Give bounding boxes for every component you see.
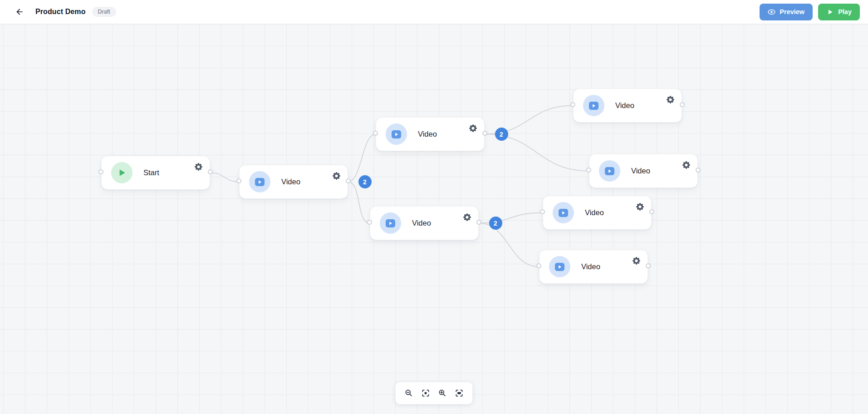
node-label: Video <box>281 177 300 186</box>
play-button-label: Play <box>838 8 852 15</box>
flow-node-v1[interactable]: Video <box>239 165 348 199</box>
flow-node-v7[interactable]: Video <box>539 250 648 284</box>
app-window: Product Demo Draft Preview Play StartVid… <box>0 0 868 414</box>
output-handle[interactable] <box>476 220 481 225</box>
status-badge: Draft <box>92 7 116 17</box>
flow-edge <box>348 134 376 182</box>
start-play-icon <box>111 162 132 183</box>
settings-icon[interactable] <box>632 256 640 265</box>
node-label: Video <box>615 101 634 110</box>
flow-node-v2[interactable]: Video <box>376 117 485 151</box>
page-title: Product Demo <box>35 8 86 16</box>
video-icon <box>599 160 620 182</box>
flow-canvas[interactable]: StartVideoVideoVideoVideoVideoVideoVideo… <box>0 24 868 414</box>
back-button[interactable] <box>12 4 27 20</box>
play-button[interactable]: Play <box>818 4 860 20</box>
zoom-in-button[interactable] <box>435 384 450 402</box>
node-label: Video <box>412 219 431 227</box>
preview-button-label: Preview <box>780 8 804 15</box>
node-label: Video <box>631 167 650 175</box>
zoom-in-icon <box>438 389 447 398</box>
output-handle[interactable] <box>649 209 654 214</box>
flow-edge <box>479 213 543 223</box>
input-handle[interactable] <box>236 178 241 183</box>
fit-view-icon <box>455 389 464 398</box>
focus-center-button[interactable] <box>418 384 433 402</box>
branch-count-badge: 2 <box>495 128 508 141</box>
output-handle[interactable] <box>680 102 685 107</box>
focus-target-icon <box>421 389 430 398</box>
node-label: Video <box>581 262 600 271</box>
flow-edge <box>479 223 539 267</box>
output-handle[interactable] <box>208 169 213 174</box>
settings-icon[interactable] <box>194 163 202 171</box>
settings-icon[interactable] <box>682 161 690 169</box>
node-label: Video <box>585 208 604 217</box>
input-handle[interactable] <box>586 168 591 172</box>
flow-node-v4[interactable]: Video <box>573 89 682 123</box>
input-handle[interactable] <box>540 209 545 214</box>
header: Product Demo Draft Preview Play <box>0 0 868 24</box>
flow-node-start[interactable]: Start <box>101 156 210 190</box>
node-label: Start <box>143 168 159 177</box>
output-handle[interactable] <box>696 168 701 172</box>
video-icon <box>249 171 270 192</box>
input-handle[interactable] <box>98 169 103 174</box>
video-icon <box>380 212 401 234</box>
settings-icon[interactable] <box>666 95 674 104</box>
branch-count-badge: 2 <box>489 217 502 230</box>
input-handle[interactable] <box>536 263 541 268</box>
flow-edge <box>210 173 239 182</box>
output-handle[interactable] <box>646 263 651 268</box>
video-icon <box>583 95 604 116</box>
zoom-out-icon <box>404 389 413 398</box>
video-icon <box>549 256 570 277</box>
input-handle[interactable] <box>570 102 575 107</box>
settings-icon[interactable] <box>332 172 340 180</box>
settings-icon[interactable] <box>463 213 471 221</box>
output-handle[interactable] <box>482 131 487 136</box>
video-icon <box>386 123 407 145</box>
video-icon <box>553 202 574 223</box>
output-handle[interactable] <box>346 178 351 183</box>
settings-icon[interactable] <box>636 202 644 211</box>
settings-icon[interactable] <box>469 124 477 132</box>
input-handle[interactable] <box>367 220 372 225</box>
input-handle[interactable] <box>373 131 378 136</box>
canvas-toolbar <box>395 382 473 404</box>
arrow-left-icon <box>15 7 24 16</box>
preview-button[interactable]: Preview <box>760 4 813 20</box>
node-label: Video <box>418 130 437 138</box>
branch-count-badge: 2 <box>358 175 372 188</box>
flow-node-v3[interactable]: Video <box>370 206 479 240</box>
fit-view-button[interactable] <box>452 384 466 402</box>
play-icon <box>826 8 834 16</box>
flow-node-v5[interactable]: Video <box>589 154 698 188</box>
zoom-out-button[interactable] <box>402 384 416 402</box>
eye-icon <box>768 8 775 16</box>
flow-node-v6[interactable]: Video <box>543 196 652 230</box>
